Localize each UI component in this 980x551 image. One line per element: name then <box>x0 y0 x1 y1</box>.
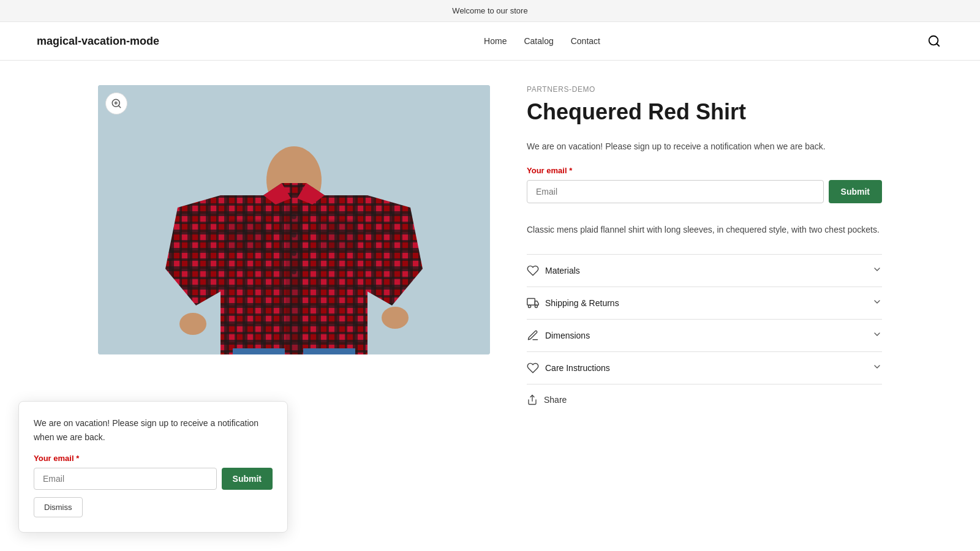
svg-point-26 <box>292 251 296 256</box>
vacation-notice: We are on vacation! Please sign up to re… <box>527 140 882 153</box>
svg-point-32 <box>179 313 206 335</box>
nav-catalog[interactable]: Catalog <box>524 36 553 46</box>
svg-point-25 <box>292 233 296 238</box>
main-nav: Home Catalog Contact <box>484 36 600 46</box>
svg-rect-34 <box>527 299 535 305</box>
email-label: Your email * <box>527 166 882 175</box>
chevron-down-icon <box>872 297 882 309</box>
product-image-container <box>98 85 490 354</box>
site-logo[interactable]: magical-vacation-mode <box>37 35 159 48</box>
svg-point-24 <box>292 214 296 219</box>
accordion-header-care[interactable]: Care Instructions <box>527 352 882 384</box>
product-vendor: PARTNERS-DEMO <box>527 85 882 94</box>
nav-contact[interactable]: Contact <box>571 36 600 46</box>
care-icon <box>527 362 539 374</box>
zoom-icon <box>111 98 122 109</box>
svg-line-3 <box>118 105 120 107</box>
email-form: Submit <box>527 180 882 203</box>
top-banner: Welcome to our store <box>0 0 980 22</box>
svg-line-1 <box>937 43 939 46</box>
product-title: Chequered Red Shirt <box>527 99 882 125</box>
accordion-header-shipping[interactable]: Shipping & Returns <box>527 287 882 319</box>
svg-point-36 <box>535 305 537 308</box>
main-content: PARTNERS-DEMO Chequered Red Shirt We are… <box>61 61 919 440</box>
dimensions-icon <box>527 329 539 342</box>
svg-point-27 <box>292 269 296 274</box>
accordion-item-materials: Materials <box>527 255 882 287</box>
search-icon <box>927 34 941 48</box>
chevron-down-icon <box>872 329 882 342</box>
materials-icon <box>527 264 539 277</box>
nav-home[interactable]: Home <box>484 36 507 46</box>
search-button[interactable] <box>925 32 943 50</box>
shirt-illustration <box>98 85 490 354</box>
svg-rect-30 <box>233 348 285 354</box>
product-image <box>98 85 490 354</box>
vacation-popup: We are on vacation! Please sign up to re… <box>18 401 288 440</box>
accordion: Materials <box>527 254 882 384</box>
accordion-header-materials[interactable]: Materials <box>527 255 882 287</box>
svg-rect-31 <box>303 348 355 354</box>
shipping-icon <box>527 297 539 309</box>
zoom-button[interactable] <box>105 92 127 114</box>
accordion-item-shipping: Shipping & Returns <box>527 287 882 320</box>
submit-button[interactable]: Submit <box>829 180 882 203</box>
svg-rect-20 <box>285 198 303 354</box>
svg-rect-29 <box>322 220 358 250</box>
accordion-item-care: Care Instructions <box>527 352 882 384</box>
svg-point-33 <box>382 307 409 329</box>
accordion-header-dimensions[interactable]: Dimensions <box>527 320 882 351</box>
share-section[interactable]: Share <box>527 384 882 415</box>
chevron-down-icon <box>872 362 882 374</box>
product-description: Classic mens plaid flannel shirt with lo… <box>527 223 882 238</box>
svg-rect-28 <box>230 220 266 250</box>
email-input[interactable] <box>527 180 824 203</box>
svg-point-35 <box>529 305 531 308</box>
chevron-down-icon <box>872 264 882 277</box>
share-icon <box>527 394 538 405</box>
banner-text: Welcome to our store <box>452 6 527 15</box>
accordion-item-dimensions: Dimensions <box>527 320 882 352</box>
popup-text: We are on vacation! Please sign up to re… <box>34 416 273 440</box>
share-label: Share <box>544 395 567 405</box>
product-info: PARTNERS-DEMO Chequered Red Shirt We are… <box>527 85 882 415</box>
site-header: magical-vacation-mode Home Catalog Conta… <box>0 22 980 61</box>
